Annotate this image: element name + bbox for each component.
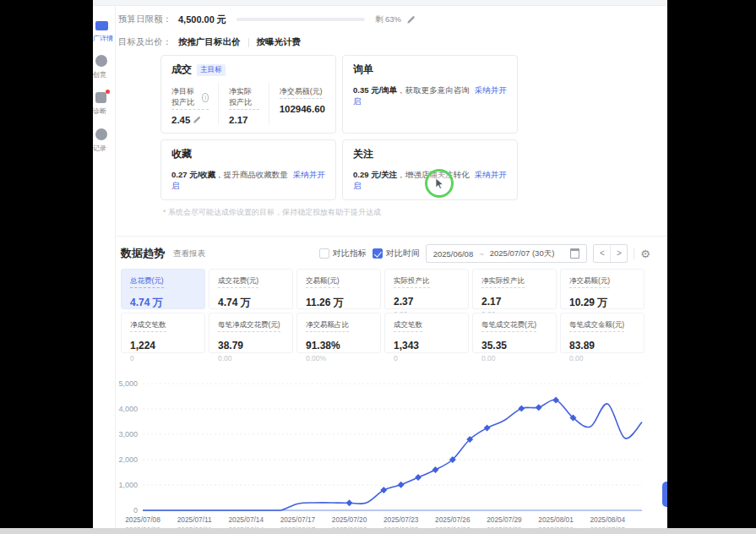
compare-time-label: 对比时间 (386, 248, 420, 259)
favorite-desc: ，提升商品收藏数量 (215, 170, 288, 179)
svg-text:2,000: 2,000 (118, 455, 138, 464)
metric-cell-deal-spend[interactable]: 成交花费(元) 4.74 万 0.00 (209, 269, 293, 309)
metric-cell-net-gmv[interactable]: 净交易额(元) 10.29 万 0.00 (560, 269, 645, 309)
card-title: 询单 (353, 63, 373, 77)
metric-grid-row1: 总花费(元) 4.74 万 0.00 成交花费(元) 4.74 万 0.00 交… (121, 269, 667, 309)
compare-metric-label: 对比指标 (333, 248, 367, 259)
bidding-label: 目标及出价： (118, 36, 171, 48)
target-roi-edit-button[interactable] (193, 116, 201, 124)
inquiry-price: 0.35 元/询单 (353, 85, 397, 95)
sidebar-item-creative[interactable]: 创意 (93, 55, 115, 79)
favorite-price: 0.27 元/收藏 (171, 170, 215, 179)
view-report-link[interactable]: 查看报表 (173, 248, 205, 259)
compare-time-toggle[interactable]: 对比时间 (373, 248, 420, 259)
creative-icon (95, 55, 107, 67)
goal-card-inquiry: 询单 0.35 元/询单，获取更多意向咨询采纳并开启 (342, 55, 518, 134)
metric-cell-net-actual-roi[interactable]: 净实际投产比 2.17 0.00 (472, 269, 557, 309)
inquiry-desc: ，获取更多意向咨询 (397, 85, 470, 95)
sidebar-item-diagnosis[interactable]: 诊断 (93, 92, 115, 116)
metric-cell-amount-per-order[interactable]: 每笔成交金额(元) 83.89 0.00 (560, 313, 645, 353)
metric-label: 实际投产比 (394, 276, 430, 288)
calendar-icon (570, 248, 579, 259)
metric-cell-net-orders[interactable]: 净成交笔数 1,224 0 (121, 313, 205, 353)
compare-metric-checkbox[interactable] (319, 248, 329, 259)
sidebar-item-label: 创意 (93, 70, 115, 79)
sidebar-item-label: 记录 (93, 144, 115, 153)
date-start: 2025/06/08 (433, 249, 474, 259)
budget-value: 4,500.00 元 (178, 14, 226, 26)
metric-cell-net-gmv-ratio[interactable]: 净交易额占比 91.38% 0.00% (296, 313, 381, 353)
divider (248, 38, 249, 47)
next-period-button[interactable]: > (610, 245, 627, 262)
metric-label: 净实际投产比 (481, 276, 525, 288)
metric-label: 净交易额(元) (569, 276, 610, 288)
svg-text:3,000: 3,000 (118, 430, 138, 439)
svg-text:2025/07/26: 2025/07/26 (435, 515, 470, 524)
date-pager: < > (593, 244, 628, 263)
svg-text:4,000: 4,000 (118, 405, 138, 413)
metric-cell-gmv[interactable]: 交易额(元) 11.26 万 0.00 (296, 269, 381, 309)
compare-time-checkbox[interactable] (373, 248, 383, 259)
bidding-row: 目标及出价： 按推广目标出价 按曝光计费 (118, 36, 667, 48)
sidebar-item-promo-detail[interactable]: 广详情 (93, 21, 115, 43)
info-icon[interactable]: i (202, 93, 209, 102)
metric-compare-value: 0.00% (306, 354, 372, 362)
svg-text:2025/07/14: 2025/07/14 (229, 515, 264, 524)
line-chart[interactable]: 01,0002,0003,0004,0005,0002025/07/082025… (116, 377, 652, 528)
svg-text:2025/07/17: 2025/07/17 (280, 515, 316, 524)
trend-header: 数据趋势 查看报表 对比指标 对比时间 2025/06/08 ~ 2025/07… (121, 244, 650, 263)
app-window: 广详情 创意 诊断 记录 预算日限额： 4,500.00 元 剩 63% 目 (93, 0, 667, 528)
metric-label: 净实际投产比 (229, 86, 259, 110)
history-icon (95, 128, 107, 140)
metric-grid-row2: 净成交笔数 1,224 0 每笔净成交花费(元) 38.79 0.00 净交易额… (121, 313, 667, 353)
bidding-option-exposure[interactable]: 按曝光计费 (257, 36, 302, 48)
sidebar-item-label: 诊断 (93, 106, 115, 116)
promo-detail-icon (95, 21, 108, 30)
svg-text:2025/08/04: 2025/08/04 (590, 515, 625, 524)
compare-metric-toggle[interactable]: 对比指标 (319, 248, 367, 259)
budget-progress (237, 18, 365, 21)
metric-cell-total-spend[interactable]: 总花费(元) 4.74 万 0.00 (121, 269, 205, 309)
metric-label: 总花费(元) (130, 276, 164, 288)
bidding-option-goal[interactable]: 按推广目标出价 (178, 36, 241, 48)
budget-edit-button[interactable] (406, 15, 416, 25)
metric-label: 交易额(元) (306, 276, 340, 288)
svg-text:2025/07/11: 2025/07/11 (177, 515, 212, 524)
sidebar-item-history[interactable]: 记录 (93, 128, 115, 153)
metric-cell-cost-per-order[interactable]: 每笔成交花费(元) 35.35 0.00 (472, 313, 557, 353)
card-title: 关注 (353, 147, 373, 161)
metric-cell-actual-roi[interactable]: 实际投产比 2.37 0.00 (384, 269, 469, 309)
side-drawer-handle[interactable] (662, 482, 667, 507)
date-range-picker[interactable]: 2025/06/08 ~ 2025/07/07 (30天) (426, 244, 588, 263)
metric-compare-value: 0 (130, 354, 196, 362)
metric-label: 净交易额占比 (306, 320, 349, 332)
deal-metric-net-gmv: 净交易额(元) 102946.60 (269, 82, 325, 125)
card-title: 收藏 (171, 147, 192, 161)
svg-text:0: 0 (133, 506, 138, 515)
pencil-icon (193, 116, 201, 124)
metric-value: 1,224 (130, 340, 196, 351)
deal-metric-actual-roi: 净实际投产比 2.17 (218, 82, 269, 125)
budget-label: 预算日限额： (118, 14, 171, 25)
sidebar-item-label: 广详情 (93, 34, 115, 43)
metric-compare-value: 0.00 (481, 354, 547, 362)
main-content: 预算日限额： 4,500.00 元 剩 63% 目标及出价： 按推广目标出价 按… (116, 6, 667, 528)
metric-cell-orders[interactable]: 成交笔数 1,343 0 (384, 313, 469, 353)
metric-value: 2.37 (394, 296, 460, 308)
deal-metric-target-roi: 净目标投产比i 2.45 (171, 82, 218, 125)
svg-text:2025/07/29: 2025/07/29 (487, 515, 522, 524)
prev-period-button[interactable]: < (594, 245, 610, 262)
click-indicator (425, 169, 454, 198)
settings-gear-icon[interactable]: ⚙ (640, 248, 650, 259)
metric-label: 每笔净成交花费(元) (218, 320, 280, 332)
metric-cell-net-cost-per-order[interactable]: 每笔净成交花费(元) 38.79 0.00 (209, 313, 293, 353)
metric-value: 35.35 (481, 340, 547, 351)
main-goal-badge: 主目标 (197, 64, 226, 76)
metric-value: 1,343 (394, 340, 460, 351)
svg-text:5,000: 5,000 (118, 379, 138, 388)
metric-value: 2.45 (171, 115, 190, 125)
metric-label: 成交笔数 (394, 320, 422, 332)
metric-value: 83.89 (569, 340, 635, 351)
metric-compare-value: 0.00 (218, 354, 284, 362)
svg-text:2025/07/08: 2025/07/08 (125, 515, 160, 524)
